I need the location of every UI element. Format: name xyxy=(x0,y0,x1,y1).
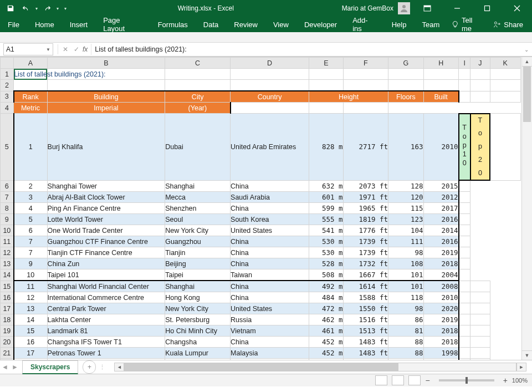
column-header-F[interactable]: F xyxy=(343,58,388,69)
vertical-scrollbar[interactable]: ▲ ▼ xyxy=(521,57,532,360)
table-row[interactable]: Central Park Tower xyxy=(47,303,165,314)
table-row[interactable]: 108 xyxy=(388,258,423,269)
add-sheet-button[interactable]: + xyxy=(83,360,96,374)
normal-view-button[interactable] xyxy=(375,375,387,385)
table-row[interactable]: Shanghai xyxy=(165,180,231,192)
maximize-button[interactable] xyxy=(474,0,500,17)
column-header-I[interactable]: I xyxy=(459,58,470,69)
cell[interactable] xyxy=(490,91,521,103)
row-header-11[interactable]: 11 xyxy=(1,236,14,247)
table-row[interactable]: 601 m xyxy=(309,192,343,203)
zoom-in-button[interactable]: + xyxy=(503,376,508,385)
table-row[interactable]: 101 xyxy=(388,281,423,292)
table-row[interactable]: 13 xyxy=(14,303,47,314)
table-row[interactable]: Mecca xyxy=(165,192,231,203)
table-row[interactable]: 2018 xyxy=(423,325,458,337)
page-break-view-button[interactable] xyxy=(408,375,421,385)
table-row[interactable]: Ping An Finance Centre xyxy=(47,203,165,214)
table-row[interactable]: 98 xyxy=(388,247,423,258)
scroll-left-icon[interactable]: ◄ xyxy=(114,363,124,371)
table-row[interactable]: New York City xyxy=(165,303,231,314)
table-row[interactable]: Taiwan xyxy=(231,269,309,281)
table-row[interactable]: 104 xyxy=(388,225,423,236)
table-row[interactable]: 86 xyxy=(388,314,423,325)
cell[interactable] xyxy=(459,180,470,192)
tab-add-ins[interactable]: Add-ins xyxy=(345,17,384,32)
table-row[interactable]: 1819 ft xyxy=(343,214,388,225)
table-row[interactable]: 2008 xyxy=(423,281,458,292)
table-row[interactable]: 1513 ft xyxy=(343,325,388,337)
table-row[interactable]: 492 m xyxy=(309,281,343,292)
table-row[interactable]: 2016 xyxy=(423,214,458,225)
cell[interactable] xyxy=(309,69,343,80)
row-header-17[interactable]: 17 xyxy=(1,303,14,314)
table-row[interactable]: Shenzhen xyxy=(165,203,231,214)
table-row[interactable]: Guangzhou CTF Finance Centre xyxy=(47,236,165,247)
qat-customize-icon[interactable]: ▾ xyxy=(61,6,70,11)
table-row[interactable]: Shanghai xyxy=(165,281,231,292)
table-row[interactable]: 541 m xyxy=(309,225,343,236)
close-button[interactable] xyxy=(504,0,530,17)
zoom-slider[interactable] xyxy=(439,379,494,381)
cell[interactable] xyxy=(459,314,470,325)
tab-nav-prev-icon[interactable]: ◄ xyxy=(0,363,10,371)
page-layout-view-button[interactable] xyxy=(392,375,404,385)
row-header-5[interactable]: 5 xyxy=(1,114,14,181)
row-header-18[interactable]: 18 xyxy=(1,314,14,325)
table-row[interactable]: New York City xyxy=(165,225,231,236)
table-row[interactable]: One World Trade Center xyxy=(47,225,165,236)
tab-view[interactable]: View xyxy=(265,17,296,32)
table-row[interactable]: Changsha xyxy=(165,337,231,348)
cell[interactable] xyxy=(459,203,470,214)
cell[interactable] xyxy=(490,80,521,91)
cell[interactable] xyxy=(165,80,231,91)
table-row[interactable]: 508 m xyxy=(309,269,343,281)
cell[interactable] xyxy=(231,69,309,80)
sheet-tab-skyscrapers[interactable]: Skyscrapers xyxy=(22,360,78,374)
vertical-scroll-thumb[interactable] xyxy=(523,67,531,122)
table-row[interactable]: China xyxy=(231,180,309,192)
cell[interactable] xyxy=(459,225,470,236)
table-row[interactable]: 2017 xyxy=(423,203,458,214)
cell[interactable] xyxy=(459,337,470,348)
table-row[interactable]: 2010 xyxy=(423,292,458,303)
column-header-G[interactable]: G xyxy=(388,58,423,69)
fx-icon[interactable]: fx xyxy=(81,45,91,53)
table-row[interactable]: China xyxy=(231,292,309,303)
tab-insert[interactable]: Insert xyxy=(62,17,96,32)
ribbon-display-button[interactable] xyxy=(415,0,440,17)
tell-me-button[interactable]: Tell me xyxy=(447,16,487,33)
table-row[interactable]: Russia xyxy=(231,314,309,325)
row-header-16[interactable]: 16 xyxy=(1,292,14,303)
table-row[interactable]: 6 xyxy=(14,225,47,236)
cell[interactable] xyxy=(470,359,490,360)
enter-formula-icon[interactable]: ✓ xyxy=(74,45,79,53)
table-row[interactable]: 462 m xyxy=(309,314,343,325)
row-header-10[interactable]: 10 xyxy=(1,225,14,236)
table-row[interactable]: 555 m xyxy=(309,214,343,225)
undo-button[interactable] xyxy=(19,2,33,15)
table-row[interactable]: 1776 ft xyxy=(343,225,388,236)
cell[interactable] xyxy=(459,69,470,80)
cell[interactable] xyxy=(470,281,490,292)
cell[interactable] xyxy=(470,69,490,80)
tab-page-layout[interactable]: Page Layout xyxy=(95,17,150,32)
row-header-8[interactable]: 8 xyxy=(1,203,14,214)
table-row[interactable]: 7 xyxy=(14,236,47,247)
cell[interactable] xyxy=(231,103,309,114)
table-row[interactable]: 120 xyxy=(388,192,423,203)
table-row[interactable]: 111 xyxy=(388,236,423,247)
save-button[interactable] xyxy=(3,2,18,15)
table-row[interactable]: 115 xyxy=(388,203,423,214)
table-row[interactable]: 2020 xyxy=(423,303,458,314)
table-row[interactable]: 7 xyxy=(14,247,47,258)
cell[interactable] xyxy=(459,269,470,281)
formula-input[interactable]: List of tallest buildings (2021): xyxy=(91,44,521,55)
cell[interactable] xyxy=(470,337,490,348)
table-row[interactable]: Guangzhou xyxy=(165,236,231,247)
table-row[interactable]: 128 xyxy=(388,180,423,192)
scroll-up-icon[interactable]: ▲ xyxy=(522,57,532,67)
cell[interactable] xyxy=(459,325,470,337)
table-row[interactable]: 11 xyxy=(14,281,47,292)
table-row[interactable]: 1483 ft xyxy=(343,348,388,359)
